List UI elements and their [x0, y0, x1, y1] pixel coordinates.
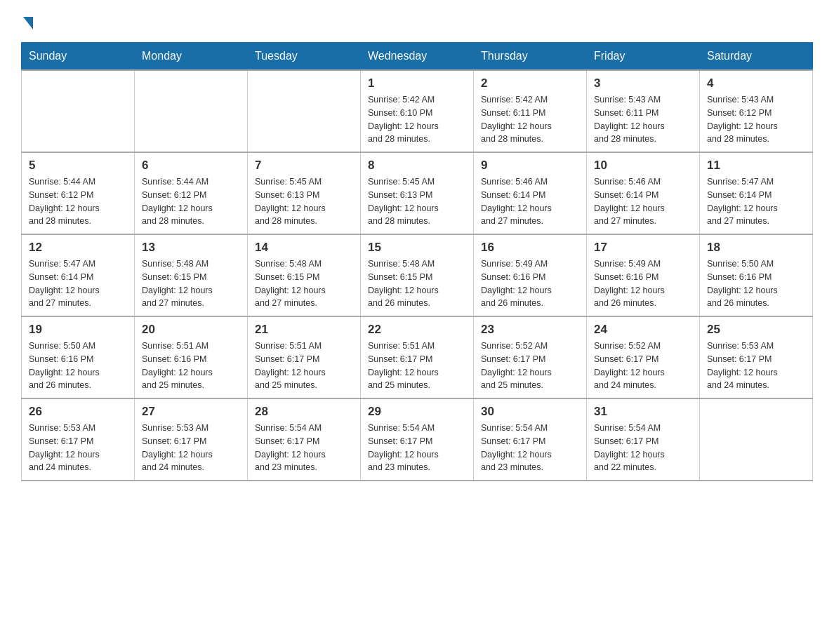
calendar-cell: 18Sunrise: 5:50 AM Sunset: 6:16 PM Dayli… [700, 234, 813, 316]
day-info: Sunrise: 5:50 AM Sunset: 6:16 PM Dayligh… [707, 257, 805, 310]
day-info: Sunrise: 5:54 AM Sunset: 6:17 PM Dayligh… [594, 422, 692, 474]
day-number: 24 [594, 323, 692, 337]
column-header-sunday: Sunday [22, 43, 135, 71]
day-info: Sunrise: 5:49 AM Sunset: 6:16 PM Dayligh… [481, 257, 579, 310]
day-info: Sunrise: 5:46 AM Sunset: 6:14 PM Dayligh… [481, 175, 579, 228]
day-number: 18 [707, 241, 805, 255]
calendar-cell: 25Sunrise: 5:53 AM Sunset: 6:17 PM Dayli… [700, 316, 813, 398]
day-info: Sunrise: 5:53 AM Sunset: 6:17 PM Dayligh… [707, 340, 805, 392]
column-header-friday: Friday [587, 43, 700, 71]
day-info: Sunrise: 5:50 AM Sunset: 6:16 PM Dayligh… [29, 340, 127, 392]
calendar-cell: 8Sunrise: 5:45 AM Sunset: 6:13 PM Daylig… [361, 152, 474, 234]
day-number: 17 [594, 241, 692, 255]
calendar-cell: 30Sunrise: 5:54 AM Sunset: 6:17 PM Dayli… [474, 398, 587, 481]
day-info: Sunrise: 5:48 AM Sunset: 6:15 PM Dayligh… [255, 257, 353, 310]
day-number: 14 [255, 241, 353, 255]
calendar-cell: 10Sunrise: 5:46 AM Sunset: 6:14 PM Dayli… [587, 152, 700, 234]
calendar-cell [700, 398, 813, 481]
calendar-cell: 15Sunrise: 5:48 AM Sunset: 6:15 PM Dayli… [361, 234, 474, 316]
column-header-saturday: Saturday [700, 43, 813, 71]
day-info: Sunrise: 5:46 AM Sunset: 6:14 PM Dayligh… [594, 175, 692, 228]
logo-arrow-icon [23, 17, 33, 29]
day-number: 1 [368, 76, 466, 90]
week-row-4: 19Sunrise: 5:50 AM Sunset: 6:16 PM Dayli… [22, 316, 813, 398]
day-number: 9 [481, 159, 579, 173]
calendar-cell: 21Sunrise: 5:51 AM Sunset: 6:17 PM Dayli… [248, 316, 361, 398]
day-number: 10 [594, 159, 692, 173]
day-info: Sunrise: 5:42 AM Sunset: 6:11 PM Dayligh… [481, 93, 579, 146]
day-info: Sunrise: 5:48 AM Sunset: 6:15 PM Dayligh… [142, 257, 240, 310]
calendar-cell [135, 70, 248, 152]
day-number: 22 [368, 323, 466, 337]
day-info: Sunrise: 5:42 AM Sunset: 6:10 PM Dayligh… [368, 93, 466, 146]
day-number: 4 [707, 76, 805, 90]
calendar-cell: 17Sunrise: 5:49 AM Sunset: 6:16 PM Dayli… [587, 234, 700, 316]
calendar-cell: 16Sunrise: 5:49 AM Sunset: 6:16 PM Dayli… [474, 234, 587, 316]
day-number: 16 [481, 241, 579, 255]
day-info: Sunrise: 5:45 AM Sunset: 6:13 PM Dayligh… [255, 175, 353, 228]
day-info: Sunrise: 5:51 AM Sunset: 6:17 PM Dayligh… [368, 340, 466, 392]
week-row-2: 5Sunrise: 5:44 AM Sunset: 6:12 PM Daylig… [22, 152, 813, 234]
calendar-cell: 9Sunrise: 5:46 AM Sunset: 6:14 PM Daylig… [474, 152, 587, 234]
calendar-cell: 27Sunrise: 5:53 AM Sunset: 6:17 PM Dayli… [135, 398, 248, 481]
day-number: 21 [255, 323, 353, 337]
day-info: Sunrise: 5:48 AM Sunset: 6:15 PM Dayligh… [368, 257, 466, 310]
day-info: Sunrise: 5:53 AM Sunset: 6:17 PM Dayligh… [29, 422, 127, 474]
day-number: 25 [707, 323, 805, 337]
calendar-cell: 7Sunrise: 5:45 AM Sunset: 6:13 PM Daylig… [248, 152, 361, 234]
calendar-cell: 14Sunrise: 5:48 AM Sunset: 6:15 PM Dayli… [248, 234, 361, 316]
day-info: Sunrise: 5:54 AM Sunset: 6:17 PM Dayligh… [481, 422, 579, 474]
day-number: 13 [142, 241, 240, 255]
calendar-cell: 2Sunrise: 5:42 AM Sunset: 6:11 PM Daylig… [474, 70, 587, 152]
calendar-cell: 22Sunrise: 5:51 AM Sunset: 6:17 PM Dayli… [361, 316, 474, 398]
day-number: 31 [594, 405, 692, 419]
calendar-cell: 6Sunrise: 5:44 AM Sunset: 6:12 PM Daylig… [135, 152, 248, 234]
day-number: 26 [29, 405, 127, 419]
day-info: Sunrise: 5:43 AM Sunset: 6:12 PM Dayligh… [707, 93, 805, 146]
day-number: 27 [142, 405, 240, 419]
calendar-cell: 3Sunrise: 5:43 AM Sunset: 6:11 PM Daylig… [587, 70, 700, 152]
calendar-cell [248, 70, 361, 152]
day-number: 29 [368, 405, 466, 419]
day-info: Sunrise: 5:44 AM Sunset: 6:12 PM Dayligh… [29, 175, 127, 228]
calendar-cell: 13Sunrise: 5:48 AM Sunset: 6:15 PM Dayli… [135, 234, 248, 316]
day-info: Sunrise: 5:51 AM Sunset: 6:17 PM Dayligh… [255, 340, 353, 392]
calendar-cell: 5Sunrise: 5:44 AM Sunset: 6:12 PM Daylig… [22, 152, 135, 234]
calendar-header-row: SundayMondayTuesdayWednesdayThursdayFrid… [22, 43, 813, 71]
calendar-cell: 11Sunrise: 5:47 AM Sunset: 6:14 PM Dayli… [700, 152, 813, 234]
day-info: Sunrise: 5:54 AM Sunset: 6:17 PM Dayligh… [255, 422, 353, 474]
week-row-1: 1Sunrise: 5:42 AM Sunset: 6:10 PM Daylig… [22, 70, 813, 152]
calendar-cell: 29Sunrise: 5:54 AM Sunset: 6:17 PM Dayli… [361, 398, 474, 481]
day-number: 8 [368, 159, 466, 173]
day-info: Sunrise: 5:54 AM Sunset: 6:17 PM Dayligh… [368, 422, 466, 474]
calendar-cell [22, 70, 135, 152]
week-row-3: 12Sunrise: 5:47 AM Sunset: 6:14 PM Dayli… [22, 234, 813, 316]
day-info: Sunrise: 5:53 AM Sunset: 6:17 PM Dayligh… [142, 422, 240, 474]
column-header-monday: Monday [135, 43, 248, 71]
day-number: 5 [29, 159, 127, 173]
day-info: Sunrise: 5:47 AM Sunset: 6:14 PM Dayligh… [707, 175, 805, 228]
day-info: Sunrise: 5:51 AM Sunset: 6:16 PM Dayligh… [142, 340, 240, 392]
day-info: Sunrise: 5:52 AM Sunset: 6:17 PM Dayligh… [594, 340, 692, 392]
calendar-cell: 23Sunrise: 5:52 AM Sunset: 6:17 PM Dayli… [474, 316, 587, 398]
day-number: 6 [142, 159, 240, 173]
column-header-wednesday: Wednesday [361, 43, 474, 71]
day-info: Sunrise: 5:44 AM Sunset: 6:12 PM Dayligh… [142, 175, 240, 228]
calendar-cell: 12Sunrise: 5:47 AM Sunset: 6:14 PM Dayli… [22, 234, 135, 316]
week-row-5: 26Sunrise: 5:53 AM Sunset: 6:17 PM Dayli… [22, 398, 813, 481]
day-number: 3 [594, 76, 692, 90]
day-number: 20 [142, 323, 240, 337]
column-header-thursday: Thursday [474, 43, 587, 71]
day-info: Sunrise: 5:49 AM Sunset: 6:16 PM Dayligh… [594, 257, 692, 310]
calendar-cell: 26Sunrise: 5:53 AM Sunset: 6:17 PM Dayli… [22, 398, 135, 481]
day-number: 12 [29, 241, 127, 255]
day-number: 15 [368, 241, 466, 255]
calendar-cell: 20Sunrise: 5:51 AM Sunset: 6:16 PM Dayli… [135, 316, 248, 398]
calendar-cell: 28Sunrise: 5:54 AM Sunset: 6:17 PM Dayli… [248, 398, 361, 481]
day-info: Sunrise: 5:43 AM Sunset: 6:11 PM Dayligh… [594, 93, 692, 146]
calendar-cell: 1Sunrise: 5:42 AM Sunset: 6:10 PM Daylig… [361, 70, 474, 152]
calendar-cell: 4Sunrise: 5:43 AM Sunset: 6:12 PM Daylig… [700, 70, 813, 152]
day-number: 23 [481, 323, 579, 337]
day-number: 30 [481, 405, 579, 419]
calendar-cell: 31Sunrise: 5:54 AM Sunset: 6:17 PM Dayli… [587, 398, 700, 481]
